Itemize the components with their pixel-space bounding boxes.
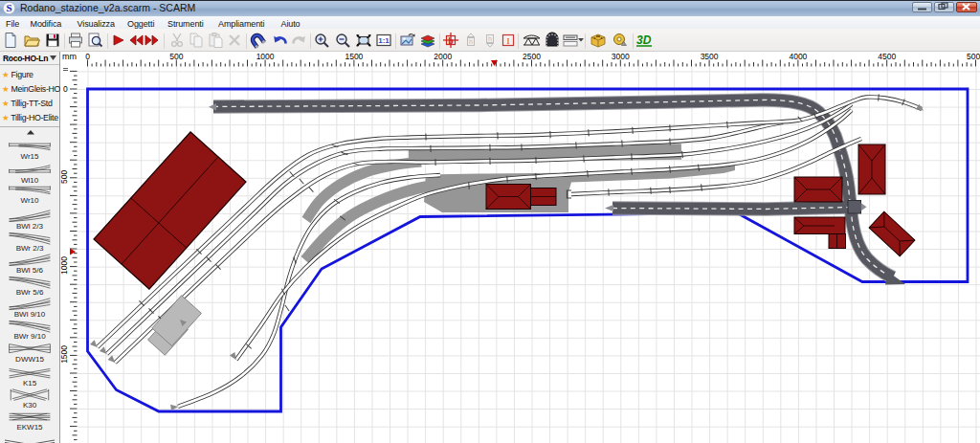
svg-text:3000: 3000	[612, 52, 630, 61]
svg-text:b: b	[448, 36, 454, 46]
svg-text:5000: 5000	[967, 52, 980, 61]
svg-text:1000: 1000	[256, 52, 275, 61]
svg-text:4000: 4000	[789, 52, 807, 61]
svg-text:500: 500	[60, 169, 69, 183]
svg-text:h: h	[469, 38, 473, 45]
svg-text:2000: 2000	[434, 52, 452, 61]
svg-text:1000: 1000	[60, 256, 69, 275]
svg-text:1500: 1500	[345, 52, 363, 61]
svg-text:0: 0	[85, 52, 90, 61]
svg-text:S: S	[6, 2, 11, 13]
svg-text:2500: 2500	[523, 52, 541, 61]
svg-text:1500: 1500	[60, 345, 69, 364]
svg-text:h: h	[488, 35, 492, 42]
svg-text:500: 500	[169, 52, 183, 61]
svg-text:4500: 4500	[878, 52, 896, 61]
svg-text:3D: 3D	[636, 33, 652, 47]
svg-text:3500: 3500	[701, 52, 719, 61]
svg-text:0: 0	[63, 84, 68, 94]
svg-text:I: I	[507, 36, 510, 46]
svg-text:1:1: 1:1	[378, 36, 390, 45]
